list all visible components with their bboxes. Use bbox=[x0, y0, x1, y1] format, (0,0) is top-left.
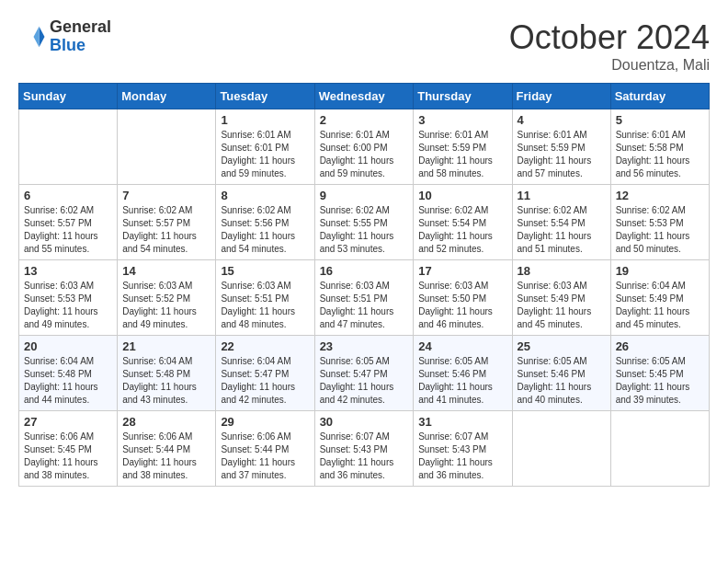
calendar-cell: 19Sunrise: 6:04 AM Sunset: 5:49 PM Dayli… bbox=[610, 260, 709, 336]
day-number: 24 bbox=[418, 339, 506, 353]
day-detail: Sunrise: 6:03 AM Sunset: 5:51 PM Dayligh… bbox=[221, 280, 309, 331]
day-number: 13 bbox=[24, 264, 112, 278]
calendar-cell: 20Sunrise: 6:04 AM Sunset: 5:48 PM Dayli… bbox=[19, 336, 118, 411]
calendar-cell: 6Sunrise: 6:02 AM Sunset: 5:57 PM Daylig… bbox=[19, 185, 118, 260]
day-number: 19 bbox=[616, 264, 704, 278]
day-number: 4 bbox=[518, 113, 606, 127]
day-detail: Sunrise: 6:01 AM Sunset: 5:59 PM Dayligh… bbox=[518, 129, 606, 180]
day-number: 18 bbox=[518, 264, 606, 278]
calendar-cell: 5Sunrise: 6:01 AM Sunset: 5:58 PM Daylig… bbox=[610, 109, 709, 185]
day-number: 10 bbox=[418, 189, 506, 202]
calendar-cell: 21Sunrise: 6:04 AM Sunset: 5:48 PM Dayli… bbox=[118, 336, 216, 411]
day-detail: Sunrise: 6:03 AM Sunset: 5:53 PM Dayligh… bbox=[24, 280, 112, 331]
calendar-cell: 23Sunrise: 6:05 AM Sunset: 5:47 PM Dayli… bbox=[314, 336, 414, 411]
day-detail: Sunrise: 6:05 AM Sunset: 5:46 PM Dayligh… bbox=[418, 355, 506, 407]
calendar-cell: 11Sunrise: 6:02 AM Sunset: 5:54 PM Dayli… bbox=[512, 185, 610, 260]
calendar-header-row: SundayMondayTuesdayWednesdayThursdayFrid… bbox=[19, 84, 710, 109]
day-detail: Sunrise: 6:02 AM Sunset: 5:56 PM Dayligh… bbox=[221, 204, 309, 256]
calendar-cell: 8Sunrise: 6:02 AM Sunset: 5:56 PM Daylig… bbox=[216, 185, 314, 260]
column-header-saturday: Saturday bbox=[610, 84, 709, 109]
day-number: 29 bbox=[221, 415, 309, 429]
day-detail: Sunrise: 6:06 AM Sunset: 5:44 PM Dayligh… bbox=[122, 431, 210, 482]
week-row-5: 27Sunrise: 6:06 AM Sunset: 5:45 PM Dayli… bbox=[19, 411, 710, 487]
calendar-cell: 24Sunrise: 6:05 AM Sunset: 5:46 PM Dayli… bbox=[414, 336, 512, 411]
day-detail: Sunrise: 6:03 AM Sunset: 5:50 PM Dayligh… bbox=[418, 280, 506, 331]
day-number: 21 bbox=[122, 339, 210, 353]
calendar-cell bbox=[610, 411, 709, 487]
day-detail: Sunrise: 6:02 AM Sunset: 5:54 PM Dayligh… bbox=[518, 204, 606, 256]
calendar-cell: 2Sunrise: 6:01 AM Sunset: 6:00 PM Daylig… bbox=[314, 109, 414, 185]
calendar-cell: 22Sunrise: 6:04 AM Sunset: 5:47 PM Dayli… bbox=[216, 336, 314, 411]
logo-icon bbox=[18, 23, 46, 51]
calendar-cell: 4Sunrise: 6:01 AM Sunset: 5:59 PM Daylig… bbox=[512, 109, 610, 185]
calendar-table: SundayMondayTuesdayWednesdayThursdayFrid… bbox=[18, 83, 710, 487]
column-header-friday: Friday bbox=[512, 84, 610, 109]
column-header-wednesday: Wednesday bbox=[314, 84, 414, 109]
svg-marker-1 bbox=[34, 27, 40, 48]
day-number: 14 bbox=[122, 264, 210, 278]
day-number: 12 bbox=[616, 189, 704, 202]
week-row-1: 1Sunrise: 6:01 AM Sunset: 6:01 PM Daylig… bbox=[19, 109, 710, 185]
day-number: 20 bbox=[24, 339, 112, 353]
day-detail: Sunrise: 6:03 AM Sunset: 5:51 PM Dayligh… bbox=[320, 280, 409, 331]
day-detail: Sunrise: 6:02 AM Sunset: 5:55 PM Dayligh… bbox=[320, 204, 409, 256]
calendar-cell: 17Sunrise: 6:03 AM Sunset: 5:50 PM Dayli… bbox=[414, 260, 512, 336]
day-number: 16 bbox=[320, 264, 409, 278]
svg-marker-0 bbox=[40, 27, 45, 48]
day-number: 5 bbox=[616, 113, 704, 127]
calendar-cell: 3Sunrise: 6:01 AM Sunset: 5:59 PM Daylig… bbox=[414, 109, 512, 185]
column-header-tuesday: Tuesday bbox=[216, 84, 314, 109]
day-detail: Sunrise: 6:02 AM Sunset: 5:54 PM Dayligh… bbox=[418, 204, 506, 256]
day-detail: Sunrise: 6:01 AM Sunset: 5:58 PM Dayligh… bbox=[616, 129, 704, 180]
calendar-cell: 13Sunrise: 6:03 AM Sunset: 5:53 PM Dayli… bbox=[19, 260, 118, 336]
day-detail: Sunrise: 6:02 AM Sunset: 5:53 PM Dayligh… bbox=[616, 204, 704, 256]
day-number: 17 bbox=[418, 264, 506, 278]
week-row-2: 6Sunrise: 6:02 AM Sunset: 5:57 PM Daylig… bbox=[19, 185, 710, 260]
calendar-cell: 26Sunrise: 6:05 AM Sunset: 5:45 PM Dayli… bbox=[610, 336, 709, 411]
day-detail: Sunrise: 6:04 AM Sunset: 5:48 PM Dayligh… bbox=[24, 355, 112, 407]
month-title: October 2024 bbox=[509, 18, 710, 57]
calendar-cell: 10Sunrise: 6:02 AM Sunset: 5:54 PM Dayli… bbox=[414, 185, 512, 260]
day-number: 1 bbox=[221, 113, 309, 127]
day-detail: Sunrise: 6:01 AM Sunset: 6:01 PM Dayligh… bbox=[221, 129, 309, 180]
calendar-cell: 15Sunrise: 6:03 AM Sunset: 5:51 PM Dayli… bbox=[216, 260, 314, 336]
day-number: 11 bbox=[518, 189, 606, 202]
day-detail: Sunrise: 6:04 AM Sunset: 5:48 PM Dayligh… bbox=[122, 355, 210, 407]
day-number: 23 bbox=[320, 339, 409, 353]
calendar-cell: 18Sunrise: 6:03 AM Sunset: 5:49 PM Dayli… bbox=[512, 260, 610, 336]
week-row-3: 13Sunrise: 6:03 AM Sunset: 5:53 PM Dayli… bbox=[19, 260, 710, 336]
calendar-cell bbox=[118, 109, 216, 185]
day-number: 2 bbox=[320, 113, 409, 127]
day-detail: Sunrise: 6:05 AM Sunset: 5:47 PM Dayligh… bbox=[320, 355, 409, 407]
logo: General Blue bbox=[18, 18, 111, 55]
day-number: 27 bbox=[24, 415, 112, 429]
day-detail: Sunrise: 6:03 AM Sunset: 5:49 PM Dayligh… bbox=[518, 280, 606, 331]
column-header-monday: Monday bbox=[118, 84, 216, 109]
calendar-cell bbox=[19, 109, 118, 185]
day-detail: Sunrise: 6:01 AM Sunset: 6:00 PM Dayligh… bbox=[320, 129, 409, 180]
day-number: 30 bbox=[320, 415, 409, 429]
calendar-cell: 1Sunrise: 6:01 AM Sunset: 6:01 PM Daylig… bbox=[216, 109, 314, 185]
day-detail: Sunrise: 6:04 AM Sunset: 5:47 PM Dayligh… bbox=[221, 355, 309, 407]
day-number: 3 bbox=[418, 113, 506, 127]
day-number: 25 bbox=[518, 339, 606, 353]
day-number: 8 bbox=[221, 189, 309, 202]
calendar-cell: 14Sunrise: 6:03 AM Sunset: 5:52 PM Dayli… bbox=[118, 260, 216, 336]
calendar-cell: 9Sunrise: 6:02 AM Sunset: 5:55 PM Daylig… bbox=[314, 185, 414, 260]
day-number: 7 bbox=[122, 189, 210, 202]
day-detail: Sunrise: 6:04 AM Sunset: 5:49 PM Dayligh… bbox=[616, 280, 704, 331]
logo-line1: General bbox=[50, 18, 111, 37]
day-number: 6 bbox=[24, 189, 112, 202]
day-detail: Sunrise: 6:02 AM Sunset: 5:57 PM Dayligh… bbox=[122, 204, 210, 256]
calendar-cell: 27Sunrise: 6:06 AM Sunset: 5:45 PM Dayli… bbox=[19, 411, 118, 487]
day-detail: Sunrise: 6:05 AM Sunset: 5:45 PM Dayligh… bbox=[616, 355, 704, 407]
logo-text: General Blue bbox=[50, 18, 111, 55]
day-detail: Sunrise: 6:06 AM Sunset: 5:45 PM Dayligh… bbox=[24, 431, 112, 482]
day-detail: Sunrise: 6:05 AM Sunset: 5:46 PM Dayligh… bbox=[518, 355, 606, 407]
day-detail: Sunrise: 6:07 AM Sunset: 5:43 PM Dayligh… bbox=[418, 431, 506, 482]
day-number: 26 bbox=[616, 339, 704, 353]
column-header-sunday: Sunday bbox=[19, 84, 118, 109]
calendar-cell bbox=[512, 411, 610, 487]
calendar-cell: 30Sunrise: 6:07 AM Sunset: 5:43 PM Dayli… bbox=[314, 411, 414, 487]
calendar-cell: 28Sunrise: 6:06 AM Sunset: 5:44 PM Dayli… bbox=[118, 411, 216, 487]
